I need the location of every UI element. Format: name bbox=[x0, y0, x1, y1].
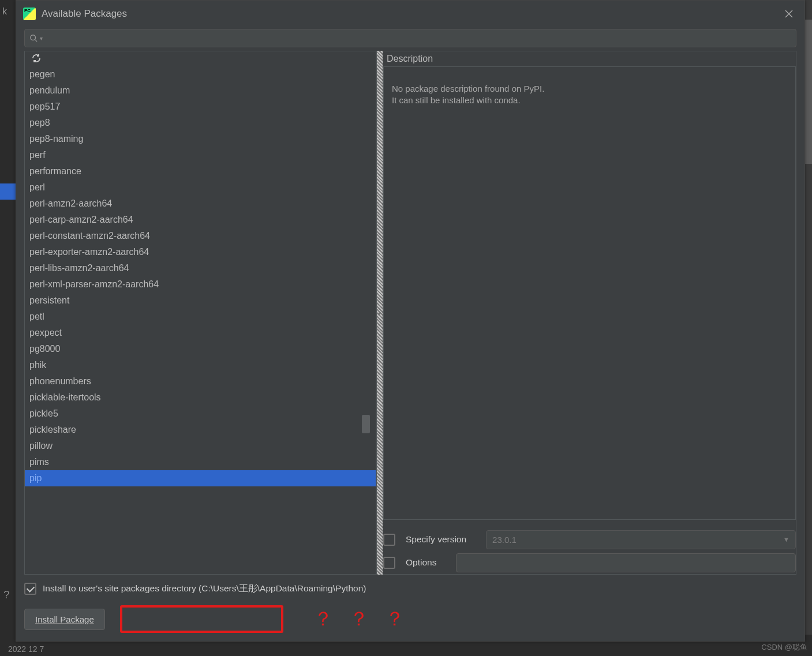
options-checkbox[interactable] bbox=[383, 557, 395, 569]
chevron-down-icon: ▼ bbox=[783, 536, 789, 543]
package-item[interactable]: phonenumbers bbox=[25, 373, 376, 389]
package-item[interactable]: pims bbox=[25, 454, 376, 470]
package-item[interactable]: phik bbox=[25, 357, 376, 373]
watermark: CSDN @聪鱼 bbox=[761, 642, 807, 653]
package-item[interactable]: pickle5 bbox=[25, 406, 376, 422]
options-area: Specify version 23.0.1 ▼ Options bbox=[383, 528, 796, 574]
search-icon bbox=[29, 34, 38, 42]
package-item[interactable]: perl-carp-amzn2-aarch64 bbox=[25, 212, 376, 228]
background-scrollbar-thumb[interactable] bbox=[804, 20, 812, 164]
package-item[interactable]: perl-exporter-amzn2-aarch64 bbox=[25, 244, 376, 260]
package-item[interactable]: pg8000 bbox=[25, 341, 376, 357]
description-header: Description bbox=[383, 51, 796, 66]
version-value: 23.0.1 bbox=[492, 535, 517, 545]
search-field[interactable]: ▾ bbox=[24, 29, 796, 47]
install-site-label: Install to user's site packages director… bbox=[43, 583, 366, 595]
package-item[interactable]: perl-constant-amzn2-aarch64 bbox=[25, 228, 376, 244]
package-item[interactable]: perl-amzn2-aarch64 bbox=[25, 196, 376, 212]
refresh-row bbox=[25, 51, 376, 66]
package-item[interactable]: pickleshare bbox=[25, 422, 376, 438]
search-input[interactable] bbox=[45, 33, 791, 43]
package-item[interactable]: persistent bbox=[25, 293, 376, 309]
bottom-bar: Install Package ？？？ bbox=[24, 605, 796, 633]
split-divider[interactable] bbox=[376, 51, 383, 575]
package-item[interactable]: pep8 bbox=[25, 115, 376, 131]
options-input[interactable] bbox=[456, 553, 796, 572]
package-item[interactable]: pegen bbox=[25, 66, 376, 83]
package-item[interactable]: perl-xml-parser-amzn2-aarch64 bbox=[25, 276, 376, 293]
dialog-title: Available Packages bbox=[42, 8, 127, 20]
close-button[interactable] bbox=[780, 5, 798, 23]
background-help-icon: ? bbox=[3, 588, 10, 601]
package-item[interactable]: picklable-itertools bbox=[25, 389, 376, 406]
install-package-button[interactable]: Install Package bbox=[24, 609, 105, 630]
specify-version-row: Specify version 23.0.1 ▼ bbox=[383, 528, 796, 551]
options-row: Options bbox=[383, 551, 796, 574]
dialog-body: pegenpendulumpep517pep8pep8-namingperfpe… bbox=[24, 51, 796, 575]
install-package-label: Install Package bbox=[35, 614, 94, 624]
package-item[interactable]: pillow bbox=[25, 438, 376, 454]
close-icon bbox=[784, 9, 794, 18]
package-item[interactable]: pep8-naming bbox=[25, 131, 376, 147]
description-body: No package description fround on PyPI. I… bbox=[383, 66, 796, 520]
description-panel: Description No package description froun… bbox=[383, 51, 796, 575]
install-site-row: Install to user's site packages director… bbox=[24, 583, 796, 595]
background-date: 2022 12 7 bbox=[8, 644, 44, 654]
search-dropdown-caret-icon[interactable]: ▾ bbox=[40, 35, 43, 42]
options-label: Options bbox=[406, 557, 436, 568]
package-item[interactable]: pendulum bbox=[25, 83, 376, 99]
package-item[interactable]: pexpect bbox=[25, 325, 376, 341]
package-list-panel: pegenpendulumpep517pep8pep8-namingperfpe… bbox=[24, 51, 376, 575]
svg-line-5 bbox=[35, 40, 38, 42]
description-line: It can still be installed with conda. bbox=[392, 95, 787, 106]
specify-version-checkbox[interactable] bbox=[383, 534, 395, 546]
package-item[interactable]: performance bbox=[25, 163, 376, 179]
background-selection-strip bbox=[0, 183, 16, 200]
annotation-red-box bbox=[120, 605, 283, 633]
pycharm-icon bbox=[23, 8, 36, 20]
titlebar: Available Packages bbox=[16, 1, 804, 27]
annotation-question-marks: ？？？ bbox=[313, 606, 421, 632]
package-item[interactable]: pep517 bbox=[25, 99, 376, 115]
package-item[interactable]: perl bbox=[25, 179, 376, 196]
package-item[interactable]: petl bbox=[25, 309, 376, 325]
description-line: No package description fround on PyPI. bbox=[392, 83, 787, 95]
package-item[interactable]: perf bbox=[25, 147, 376, 163]
package-list[interactable]: pegenpendulumpep517pep8pep8-namingperfpe… bbox=[25, 66, 376, 574]
specify-version-label: Specify version bbox=[406, 534, 466, 545]
package-item[interactable]: perl-libs-amzn2-aarch64 bbox=[25, 260, 376, 276]
available-packages-dialog: Available Packages ▾ pegenpendulumpep517… bbox=[16, 0, 805, 642]
package-list-scrollbar-thumb[interactable] bbox=[362, 415, 370, 433]
svg-point-4 bbox=[31, 35, 36, 40]
install-site-checkbox[interactable] bbox=[24, 583, 36, 595]
package-item[interactable]: pip bbox=[25, 470, 376, 486]
version-combo[interactable]: 23.0.1 ▼ bbox=[486, 530, 796, 549]
refresh-icon[interactable] bbox=[32, 54, 41, 65]
